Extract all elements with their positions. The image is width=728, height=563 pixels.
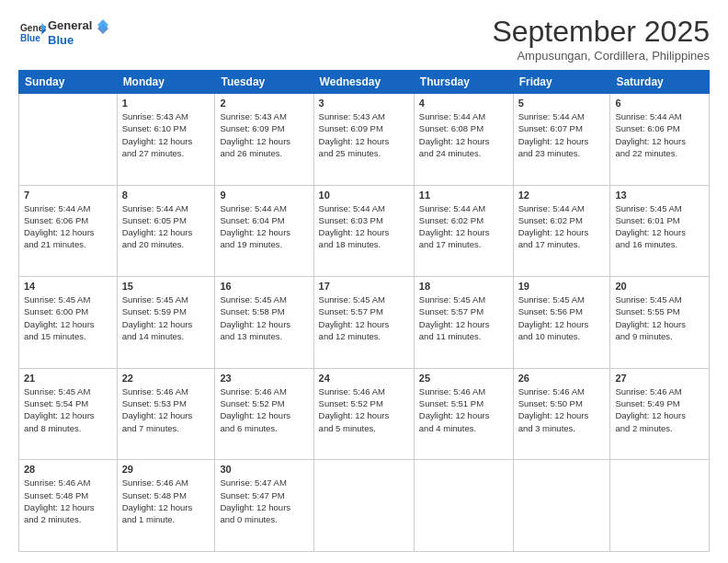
title-block: September 2025 Ampusungan, Cordillera, P… <box>492 15 710 63</box>
week-row-3: 14Sunrise: 5:45 AM Sunset: 6:00 PM Dayli… <box>19 277 710 369</box>
col-header-monday: Monday <box>117 71 215 94</box>
calendar-cell: 15Sunrise: 5:45 AM Sunset: 5:59 PM Dayli… <box>117 277 215 369</box>
location: Ampusungan, Cordillera, Philippines <box>492 49 710 63</box>
month-title: September 2025 <box>492 15 710 49</box>
calendar-cell: 18Sunrise: 5:45 AM Sunset: 5:57 PM Dayli… <box>414 277 513 369</box>
day-info: Sunrise: 5:45 AM Sunset: 5:56 PM Dayligh… <box>518 293 606 342</box>
col-header-friday: Friday <box>513 71 610 94</box>
calendar-cell <box>414 460 513 552</box>
week-row-1: 1Sunrise: 5:43 AM Sunset: 6:10 PM Daylig… <box>19 94 710 186</box>
calendar-cell: 8Sunrise: 5:44 AM Sunset: 6:05 PM Daylig… <box>117 185 215 277</box>
day-info: Sunrise: 5:46 AM Sunset: 5:52 PM Dayligh… <box>319 385 409 434</box>
calendar-cell: 12Sunrise: 5:44 AM Sunset: 6:02 PM Dayli… <box>513 185 610 277</box>
calendar-header-row: SundayMondayTuesdayWednesdayThursdayFrid… <box>19 71 710 94</box>
calendar-cell <box>610 460 710 552</box>
day-number: 19 <box>518 281 606 292</box>
calendar-cell: 2Sunrise: 5:43 AM Sunset: 6:09 PM Daylig… <box>215 94 313 186</box>
day-number: 7 <box>24 190 112 201</box>
day-number: 5 <box>518 98 606 109</box>
day-info: Sunrise: 5:44 AM Sunset: 6:08 PM Dayligh… <box>419 110 508 159</box>
day-info: Sunrise: 5:45 AM Sunset: 5:59 PM Dayligh… <box>122 293 210 342</box>
calendar-cell: 4Sunrise: 5:44 AM Sunset: 6:08 PM Daylig… <box>414 94 513 186</box>
day-number: 4 <box>419 98 508 109</box>
day-number: 24 <box>319 373 409 384</box>
day-info: Sunrise: 5:47 AM Sunset: 5:47 PM Dayligh… <box>220 477 308 525</box>
calendar-page: General Blue General Blue September 2025… <box>0 0 728 563</box>
calendar-cell: 6Sunrise: 5:44 AM Sunset: 6:06 PM Daylig… <box>610 94 710 186</box>
logo-icon: General Blue <box>20 20 46 46</box>
calendar-cell: 23Sunrise: 5:46 AM Sunset: 5:52 PM Dayli… <box>215 368 313 460</box>
day-info: Sunrise: 5:46 AM Sunset: 5:52 PM Dayligh… <box>220 385 308 434</box>
day-number: 13 <box>615 190 704 201</box>
calendar-cell: 19Sunrise: 5:45 AM Sunset: 5:56 PM Dayli… <box>513 277 610 369</box>
day-info: Sunrise: 5:46 AM Sunset: 5:49 PM Dayligh… <box>615 385 704 434</box>
logo-line1: General <box>48 18 92 33</box>
day-number: 10 <box>319 190 409 201</box>
day-number: 15 <box>122 281 210 292</box>
day-number: 16 <box>220 281 308 292</box>
day-number: 2 <box>220 98 308 109</box>
calendar-cell: 11Sunrise: 5:44 AM Sunset: 6:02 PM Dayli… <box>414 185 513 277</box>
calendar-cell: 26Sunrise: 5:46 AM Sunset: 5:50 PM Dayli… <box>513 368 610 460</box>
calendar-cell: 3Sunrise: 5:43 AM Sunset: 6:09 PM Daylig… <box>313 94 414 186</box>
day-info: Sunrise: 5:44 AM Sunset: 6:06 PM Dayligh… <box>24 202 112 251</box>
day-info: Sunrise: 5:45 AM Sunset: 5:57 PM Dayligh… <box>319 293 409 342</box>
day-number: 22 <box>122 373 210 384</box>
logo: General Blue General Blue <box>18 18 112 47</box>
day-info: Sunrise: 5:45 AM Sunset: 5:58 PM Dayligh… <box>220 293 308 342</box>
calendar-cell: 20Sunrise: 5:45 AM Sunset: 5:55 PM Dayli… <box>610 277 710 369</box>
calendar-cell: 28Sunrise: 5:46 AM Sunset: 5:48 PM Dayli… <box>19 460 118 552</box>
day-number: 14 <box>24 281 112 292</box>
day-info: Sunrise: 5:43 AM Sunset: 6:09 PM Dayligh… <box>220 110 308 159</box>
day-number: 17 <box>319 281 409 292</box>
day-number: 1 <box>122 98 210 109</box>
day-number: 11 <box>419 190 508 201</box>
day-info: Sunrise: 5:44 AM Sunset: 6:04 PM Dayligh… <box>220 202 308 251</box>
day-info: Sunrise: 5:45 AM Sunset: 6:01 PM Dayligh… <box>615 202 704 251</box>
day-info: Sunrise: 5:46 AM Sunset: 5:48 PM Dayligh… <box>24 477 112 525</box>
day-number: 26 <box>518 373 606 384</box>
day-info: Sunrise: 5:46 AM Sunset: 5:51 PM Dayligh… <box>419 385 508 434</box>
day-number: 20 <box>615 281 704 292</box>
calendar-cell: 5Sunrise: 5:44 AM Sunset: 6:07 PM Daylig… <box>513 94 610 186</box>
calendar-cell <box>513 460 610 552</box>
day-info: Sunrise: 5:43 AM Sunset: 6:10 PM Dayligh… <box>122 110 210 159</box>
calendar-cell: 9Sunrise: 5:44 AM Sunset: 6:04 PM Daylig… <box>215 185 313 277</box>
day-number: 3 <box>319 98 409 109</box>
col-header-tuesday: Tuesday <box>215 71 313 94</box>
day-info: Sunrise: 5:45 AM Sunset: 5:54 PM Dayligh… <box>24 385 112 434</box>
day-number: 30 <box>220 464 308 475</box>
day-number: 9 <box>220 190 308 201</box>
day-number: 21 <box>24 373 112 384</box>
calendar-table: SundayMondayTuesdayWednesdayThursdayFrid… <box>18 70 710 552</box>
calendar-cell <box>313 460 414 552</box>
svg-text:Blue: Blue <box>20 32 40 42</box>
day-info: Sunrise: 5:44 AM Sunset: 6:05 PM Dayligh… <box>122 202 210 251</box>
calendar-cell: 21Sunrise: 5:45 AM Sunset: 5:54 PM Dayli… <box>19 368 118 460</box>
col-header-sunday: Sunday <box>19 71 118 94</box>
header: General Blue General Blue September 2025… <box>18 15 710 63</box>
day-info: Sunrise: 5:44 AM Sunset: 6:02 PM Dayligh… <box>419 202 508 251</box>
calendar-cell: 7Sunrise: 5:44 AM Sunset: 6:06 PM Daylig… <box>19 185 118 277</box>
calendar-cell: 30Sunrise: 5:47 AM Sunset: 5:47 PM Dayli… <box>215 460 313 552</box>
calendar-cell: 22Sunrise: 5:46 AM Sunset: 5:53 PM Dayli… <box>117 368 215 460</box>
logo-chevron-icon <box>94 19 112 38</box>
day-info: Sunrise: 5:44 AM Sunset: 6:03 PM Dayligh… <box>319 202 409 251</box>
calendar-cell <box>19 94 118 186</box>
day-info: Sunrise: 5:45 AM Sunset: 5:57 PM Dayligh… <box>419 293 508 342</box>
day-number: 25 <box>419 373 508 384</box>
calendar-cell: 14Sunrise: 5:45 AM Sunset: 6:00 PM Dayli… <box>19 277 118 369</box>
day-number: 28 <box>24 464 112 475</box>
day-info: Sunrise: 5:44 AM Sunset: 6:06 PM Dayligh… <box>615 110 704 159</box>
day-number: 8 <box>122 190 210 201</box>
day-number: 12 <box>518 190 606 201</box>
day-number: 29 <box>122 464 210 475</box>
day-number: 27 <box>615 373 704 384</box>
week-row-5: 28Sunrise: 5:46 AM Sunset: 5:48 PM Dayli… <box>19 460 710 552</box>
calendar-cell: 1Sunrise: 5:43 AM Sunset: 6:10 PM Daylig… <box>117 94 215 186</box>
day-info: Sunrise: 5:46 AM Sunset: 5:50 PM Dayligh… <box>518 385 606 434</box>
day-info: Sunrise: 5:46 AM Sunset: 5:53 PM Dayligh… <box>122 385 210 434</box>
day-number: 6 <box>615 98 704 109</box>
calendar-cell: 29Sunrise: 5:46 AM Sunset: 5:48 PM Dayli… <box>117 460 215 552</box>
day-number: 18 <box>419 281 508 292</box>
